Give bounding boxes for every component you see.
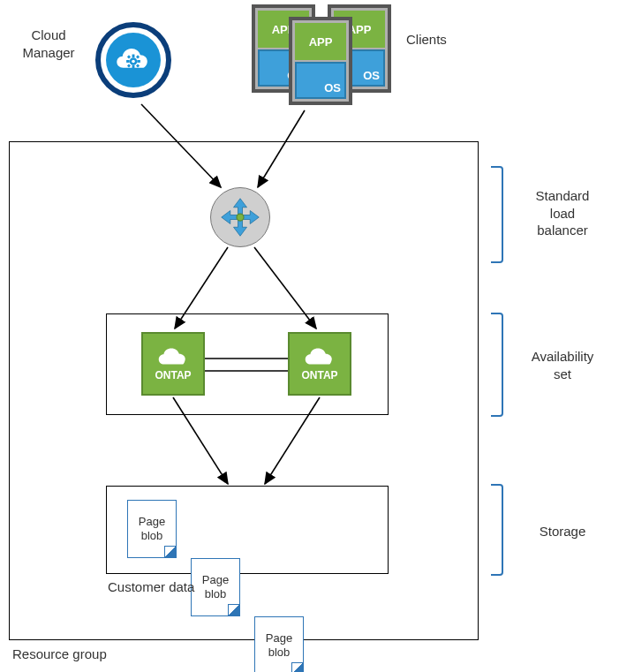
bracket-lb [491, 166, 503, 263]
svg-rect-2 [132, 65, 135, 69]
ontap-label: ONTAP [301, 369, 337, 381]
svg-rect-3 [126, 60, 130, 63]
svg-point-10 [237, 214, 244, 221]
cloud-icon [302, 346, 337, 369]
ontap-node: ONTAP [288, 332, 351, 396]
svg-point-9 [132, 60, 135, 64]
page-blob-label: Pageblob [139, 515, 165, 544]
cloud-manager-icon [95, 22, 171, 98]
storage-label: Storage [514, 523, 611, 540]
page-blob-label: Pageblob [266, 631, 292, 661]
page-blob-label: Pageblob [202, 573, 229, 602]
clients-label: Clients [406, 31, 477, 49]
cloud-icon [155, 346, 191, 369]
load-balancer-icon [210, 187, 270, 247]
standard-load-balancer-label: Standardloadbalancer [514, 187, 611, 239]
cloud-manager-label: CloudManager [4, 26, 93, 61]
clients-cluster: APP OS APP OS APP OS [252, 4, 393, 110]
ontap-node: ONTAP [141, 332, 205, 396]
client-os-label: OS [363, 69, 380, 82]
svg-rect-1 [132, 55, 135, 58]
availability-set-label: Availabilityset [514, 348, 611, 382]
client-os-label: OS [324, 81, 341, 94]
client-tile: APP OS [289, 17, 352, 105]
page-blob: Pageblob [127, 500, 177, 558]
ontap-label: ONTAP [155, 369, 191, 381]
client-app-label: APP [295, 23, 346, 60]
svg-rect-4 [137, 60, 140, 63]
client-os-box: OS [295, 62, 346, 99]
bracket-storage [491, 484, 503, 576]
resource-group-label: Resource group [12, 646, 107, 661]
bracket-availability [491, 313, 503, 417]
page-blob: Pageblob [191, 558, 240, 616]
cloud-gear-icon [113, 44, 154, 76]
arrows-cross-icon [218, 195, 262, 239]
customer-data-label: Customer data [108, 579, 194, 594]
page-blob: Pageblob [254, 616, 304, 672]
